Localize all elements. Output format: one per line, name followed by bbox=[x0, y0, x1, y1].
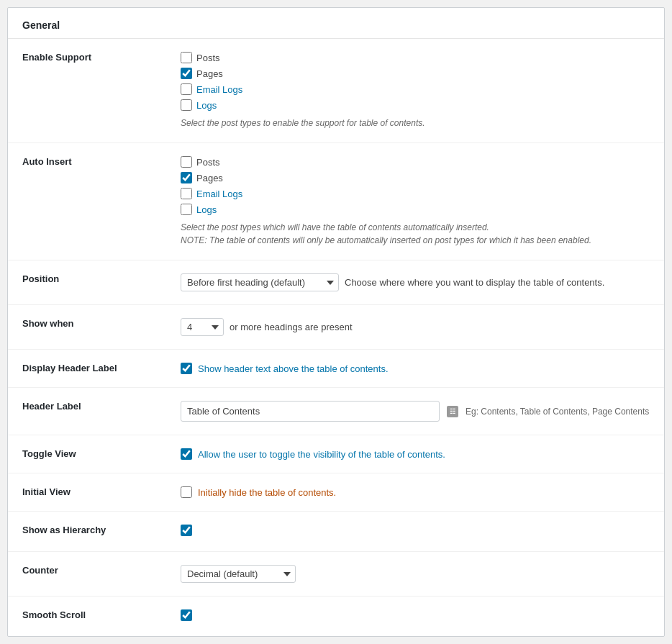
smooth-scroll-row: Smooth Scroll bbox=[8, 597, 664, 637]
position-row: Position Before first heading (default) … bbox=[8, 260, 664, 305]
auto-posts-label[interactable]: Posts bbox=[196, 157, 220, 168]
section-title: General bbox=[8, 8, 664, 39]
settings-table: Enable Support Posts Pages Email Logs bbox=[8, 39, 664, 636]
toggle-view-inline: Allow the user to toggle the visibility … bbox=[181, 448, 650, 460]
display-header-text[interactable]: Show header text above the table of cont… bbox=[198, 363, 389, 374]
toggle-view-label: Toggle View bbox=[8, 435, 166, 473]
show-when-suffix: or more headings are present bbox=[230, 322, 353, 332]
enable-logs-checkbox[interactable] bbox=[181, 99, 192, 111]
show-when-inline: 2 3 4 5 6 or more headings are present bbox=[181, 318, 650, 336]
show-as-hierarchy-checkbox[interactable] bbox=[181, 525, 192, 536]
auto-pages-row: Pages bbox=[181, 172, 650, 183]
display-header-label-label: Display Header Label bbox=[8, 350, 166, 388]
auto-insert-label: Auto Insert bbox=[8, 143, 166, 260]
enable-support-hint: Select the post types to enable the supp… bbox=[181, 117, 650, 130]
header-label-input-row: ☷ Eg: Contents, Table of Contents, Page … bbox=[181, 401, 650, 422]
counter-label: Counter bbox=[8, 552, 166, 597]
display-header-label-row: Display Header Label Show header text ab… bbox=[8, 350, 664, 388]
position-select[interactable]: Before first heading (default) After fir… bbox=[181, 273, 339, 291]
auto-posts-row: Posts bbox=[181, 156, 650, 168]
enable-posts-label[interactable]: Posts bbox=[196, 53, 220, 63]
enable-email-logs-row: Email Logs bbox=[181, 83, 650, 95]
counter-value: None Decimal (default) Decimal leading z… bbox=[166, 552, 664, 597]
display-header-checkbox[interactable] bbox=[181, 363, 192, 374]
initial-view-value: Initially hide the table of contents. bbox=[166, 473, 664, 512]
enable-support-label: Enable Support bbox=[8, 39, 166, 143]
header-label-value: ☷ Eg: Contents, Table of Contents, Page … bbox=[166, 388, 664, 435]
enable-pages-checkbox[interactable] bbox=[181, 68, 192, 79]
enable-email-logs-label[interactable]: Email Logs bbox=[196, 84, 242, 95]
show-as-hierarchy-value bbox=[166, 512, 664, 552]
enable-pages-row: Pages bbox=[181, 68, 650, 79]
initial-view-checkbox[interactable] bbox=[181, 486, 192, 498]
enable-logs-row: Logs bbox=[181, 99, 650, 111]
show-as-hierarchy-label: Show as Hierarchy bbox=[8, 512, 166, 552]
initial-view-inline: Initially hide the table of contents. bbox=[181, 486, 650, 498]
header-label-row: Header Label ☷ Eg: Contents, Table of Co… bbox=[8, 388, 664, 435]
header-label-eg: Eg: Contents, Table of Contents, Page Co… bbox=[466, 407, 649, 417]
auto-insert-row: Auto Insert Posts Pages Email Logs bbox=[8, 143, 664, 260]
show-when-select[interactable]: 2 3 4 5 6 bbox=[181, 318, 224, 336]
auto-insert-value: Posts Pages Email Logs Logs bbox=[166, 143, 664, 260]
enable-pages-label[interactable]: Pages bbox=[196, 68, 223, 79]
toggle-view-row: Toggle View Allow the user to toggle the… bbox=[8, 435, 664, 473]
display-header-inline: Show header text above the table of cont… bbox=[181, 363, 650, 374]
show-when-row: Show when 2 3 4 5 6 or more headings are… bbox=[8, 305, 664, 350]
smooth-scroll-value bbox=[166, 597, 664, 637]
show-as-hierarchy-row: Show as Hierarchy bbox=[8, 512, 664, 552]
enable-support-row: Enable Support Posts Pages Email Logs bbox=[8, 39, 664, 143]
auto-email-logs-row: Email Logs bbox=[181, 188, 650, 199]
counter-row: Counter None Decimal (default) Decimal l… bbox=[8, 552, 664, 597]
auto-logs-label[interactable]: Logs bbox=[196, 204, 217, 215]
auto-pages-label[interactable]: Pages bbox=[196, 173, 223, 183]
enable-support-value: Posts Pages Email Logs Logs Select the bbox=[166, 39, 664, 143]
smooth-scroll-label: Smooth Scroll bbox=[8, 597, 166, 637]
position-value: Before first heading (default) After fir… bbox=[166, 260, 664, 305]
position-label: Position bbox=[8, 260, 166, 305]
show-when-label: Show when bbox=[8, 305, 166, 350]
auto-email-logs-label[interactable]: Email Logs bbox=[196, 189, 242, 199]
auto-insert-hint: Select the post types which will have th… bbox=[181, 221, 650, 247]
auto-logs-row: Logs bbox=[181, 204, 650, 215]
toggle-view-checkbox[interactable] bbox=[181, 448, 192, 460]
position-description: Choose where where you want to display t… bbox=[345, 277, 604, 288]
auto-posts-checkbox[interactable] bbox=[181, 156, 192, 168]
auto-logs-checkbox[interactable] bbox=[181, 204, 192, 215]
auto-email-logs-checkbox[interactable] bbox=[181, 188, 192, 199]
show-when-value: 2 3 4 5 6 or more headings are present bbox=[166, 305, 664, 350]
header-label-label: Header Label bbox=[8, 388, 166, 435]
display-header-label-value: Show header text above the table of cont… bbox=[166, 350, 664, 388]
enable-logs-label[interactable]: Logs bbox=[196, 100, 217, 111]
enable-posts-row: Posts bbox=[181, 52, 650, 63]
toggle-view-value: Allow the user to toggle the visibility … bbox=[166, 435, 664, 473]
doc-icon: ☷ bbox=[447, 406, 458, 417]
settings-page: General Enable Support Posts Pages bbox=[7, 7, 665, 637]
initial-view-label: Initial View bbox=[8, 473, 166, 512]
header-label-input[interactable] bbox=[181, 401, 440, 422]
position-inline: Before first heading (default) After fir… bbox=[181, 273, 650, 291]
smooth-scroll-checkbox[interactable] bbox=[181, 609, 192, 621]
initial-view-row: Initial View Initially hide the table of… bbox=[8, 473, 664, 512]
enable-email-logs-checkbox[interactable] bbox=[181, 83, 192, 95]
toggle-view-text[interactable]: Allow the user to toggle the visibility … bbox=[198, 449, 445, 460]
auto-pages-checkbox[interactable] bbox=[181, 172, 192, 183]
enable-posts-checkbox[interactable] bbox=[181, 52, 192, 63]
initial-view-text[interactable]: Initially hide the table of contents. bbox=[198, 487, 336, 498]
counter-select[interactable]: None Decimal (default) Decimal leading z… bbox=[181, 565, 296, 583]
